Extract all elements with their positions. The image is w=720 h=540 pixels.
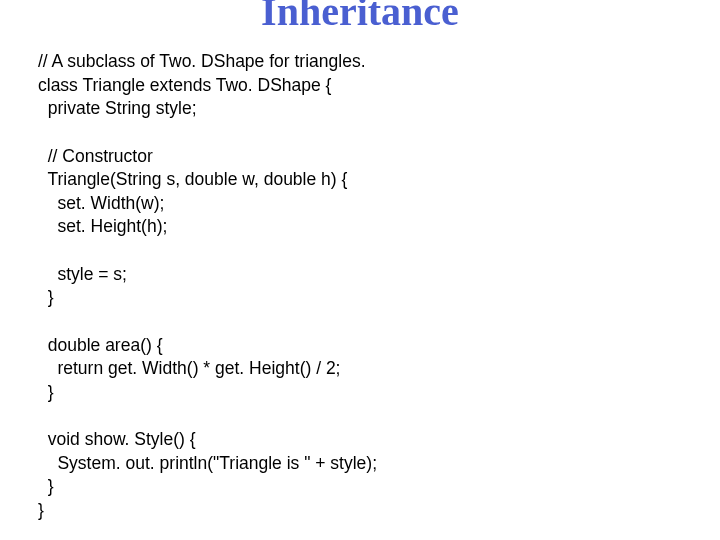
code-block: // A subclass of Two. DShape for triangl… [0,40,720,523]
slide-title: Inheritance [0,0,720,32]
slide: Inheritance // A subclass of Two. DShape… [0,0,720,540]
